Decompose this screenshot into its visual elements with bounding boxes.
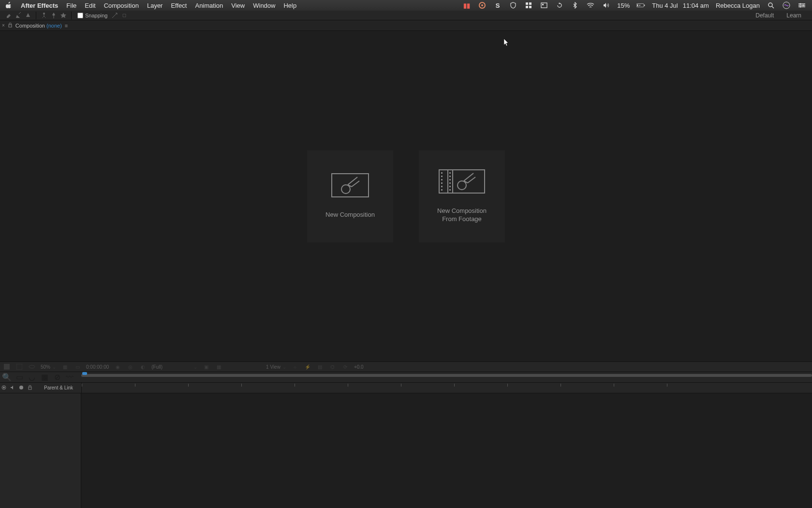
backup-icon[interactable]	[555, 1, 564, 10]
new-composition-from-footage-card[interactable]: New Composition From Footage	[419, 150, 505, 242]
svg-point-17	[800, 3, 801, 5]
menu-effect[interactable]: Effect	[171, 2, 187, 9]
grid-toggle-icon[interactable]: ▦	[61, 363, 69, 371]
letter-s-icon[interactable]: S	[493, 1, 502, 10]
svg-rect-33	[441, 186, 443, 187]
snap-edges-icon[interactable]	[110, 11, 119, 20]
menu-layer[interactable]: Layer	[147, 2, 163, 9]
volume-icon[interactable]	[602, 1, 610, 10]
channel-icon[interactable]	[15, 363, 23, 371]
snapping-control[interactable]: Snapping	[77, 13, 108, 18]
color-mgmt-icon[interactable]: ◐	[139, 363, 147, 371]
svg-line-12	[772, 6, 774, 8]
exposure-value[interactable]: +0.0	[354, 364, 364, 370]
search-icon[interactable]: 🔍	[3, 374, 11, 381]
parent-link-header[interactable]: Parent & Link	[44, 385, 73, 390]
siri-icon[interactable]	[782, 1, 791, 10]
snapshot-icon[interactable]: ◉	[114, 363, 121, 371]
resolution-dropdown[interactable]: (Full) ⌄	[151, 364, 197, 370]
battery-charging-icon[interactable]	[636, 1, 645, 10]
time-ruler[interactable]	[81, 383, 812, 393]
shy-icon[interactable]: ◡	[28, 374, 36, 381]
exposure-reset-icon[interactable]: ⟳	[341, 363, 349, 371]
show-snapshot-icon[interactable]: ◎	[126, 363, 134, 371]
pen-convert-icon[interactable]	[23, 11, 33, 20]
svg-line-20	[19, 12, 21, 14]
snapping-label: Snapping	[85, 13, 108, 18]
alpha-icon[interactable]	[3, 363, 11, 371]
flowchart-icon[interactable]: ⌬	[329, 363, 337, 371]
3d-icon[interactable]	[28, 363, 36, 371]
menu-help[interactable]: Help	[283, 2, 296, 9]
screen-icon[interactable]	[540, 1, 548, 10]
eraser-tool-icon[interactable]	[4, 11, 14, 20]
playhead[interactable]	[82, 372, 87, 375]
menu-window[interactable]: Window	[253, 2, 275, 9]
menubar-user[interactable]: Rebecca Logan	[716, 2, 760, 9]
pen-tool-icon[interactable]	[14, 11, 23, 20]
svg-rect-24	[123, 14, 126, 17]
frame-blend-icon[interactable]: ▦	[41, 374, 48, 381]
fast-preview-icon[interactable]: ⚡	[304, 363, 311, 371]
panel-menu-icon[interactable]: ≡	[65, 23, 68, 29]
panel-title-prefix[interactable]: Composition	[15, 23, 45, 29]
date-time[interactable]: Thu 4 Jul 11:04 am	[652, 2, 709, 9]
view-layout-dropdown[interactable]: 1 View ⌄	[266, 364, 286, 370]
timeline-icon[interactable]: ▤	[316, 363, 324, 371]
svg-point-27	[341, 185, 350, 194]
svg-rect-5	[529, 6, 531, 8]
menu-view[interactable]: View	[231, 2, 245, 9]
svg-rect-2	[526, 2, 528, 5]
cloud-status-icon[interactable]	[478, 1, 487, 10]
puppet-pin-icon[interactable]	[49, 11, 59, 20]
comp-mini-icon[interactable]: ▭	[15, 374, 23, 381]
svg-rect-36	[449, 176, 451, 177]
transparency-grid-icon[interactable]: ▦	[215, 363, 222, 371]
apple-logo-icon[interactable]	[6, 1, 13, 10]
panel-close-icon[interactable]: ×	[2, 23, 5, 28]
bluetooth-icon[interactable]	[571, 1, 579, 10]
app-name[interactable]: After Effects	[21, 2, 58, 9]
audio-toggle-icon[interactable]	[10, 385, 16, 391]
guides-icon[interactable]: ▭	[74, 363, 81, 371]
pause-status-icon[interactable]: ▮▮	[462, 1, 471, 10]
snap-collapse-icon[interactable]	[119, 11, 129, 20]
control-center-icon[interactable]	[797, 1, 806, 10]
menu-file[interactable]: File	[66, 2, 76, 9]
panel-lock-icon[interactable]	[8, 23, 13, 29]
timeline-tools: 🔍 ▭ ◡ ▦ ⊘ 〰	[0, 372, 81, 382]
pixel-aspect-icon[interactable]: ⟐	[291, 363, 299, 371]
motion-blur-icon[interactable]: ⊘	[53, 374, 61, 381]
workarea-bar[interactable]	[81, 374, 812, 377]
solo-toggle-icon[interactable]	[19, 385, 25, 391]
menu-animation[interactable]: Animation	[195, 2, 223, 9]
composition-panel-tabbar: × Composition (none) ≡	[0, 20, 812, 31]
menu-edit[interactable]: Edit	[85, 2, 95, 9]
roi-icon[interactable]: ▣	[202, 363, 210, 371]
new-composition-card[interactable]: New Composition	[307, 150, 393, 242]
menu-composition[interactable]: Composition	[104, 2, 139, 9]
zoom-dropdown[interactable]: 50% ⌄	[41, 364, 56, 370]
view-layout-value: 1 View	[266, 364, 281, 370]
workspace-learn[interactable]: Learn	[786, 12, 801, 19]
timeline-tracks[interactable]	[81, 393, 812, 508]
spotlight-icon[interactable]	[767, 1, 775, 10]
shield-icon[interactable]	[509, 1, 517, 10]
timeline-workarea[interactable]	[81, 372, 812, 382]
wifi-icon[interactable]	[586, 1, 595, 10]
snapping-checkbox[interactable]	[77, 13, 83, 18]
grid-icon[interactable]	[524, 1, 533, 10]
timeline-layer-list[interactable]	[0, 393, 81, 508]
graph-editor-icon[interactable]: 〰	[66, 374, 74, 381]
battery-percent[interactable]: 15%	[617, 2, 630, 9]
lock-toggle-icon[interactable]	[28, 385, 33, 391]
svg-rect-10	[637, 4, 638, 6]
puppet-tool-icon[interactable]	[39, 11, 49, 20]
svg-point-1	[481, 4, 483, 6]
panel-title-none[interactable]: (none)	[46, 23, 62, 29]
workspace-default[interactable]: Default	[755, 12, 774, 19]
timecode-display[interactable]: 0:00:00:00	[86, 364, 109, 370]
video-toggle-icon[interactable]	[1, 385, 7, 391]
workspace-tabs: Default Learn	[755, 12, 808, 19]
puppet-starch-icon[interactable]	[59, 11, 68, 20]
